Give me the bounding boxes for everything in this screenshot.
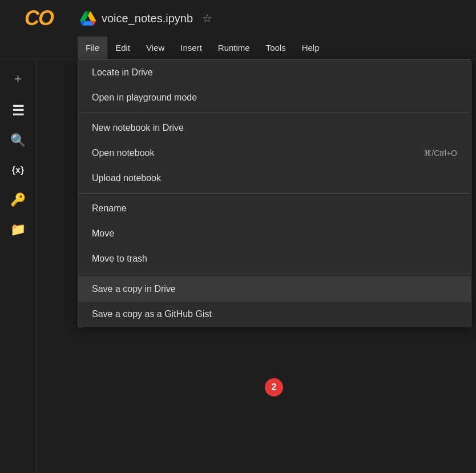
menu-tools[interactable]: Tools — [258, 37, 294, 59]
menu-runtime[interactable]: Runtime — [210, 37, 258, 59]
dropdown-item-open-playground[interactable]: Open in playground mode — [78, 85, 471, 110]
add-cell-button[interactable]: + — [8, 69, 29, 89]
menu-view[interactable]: View — [138, 37, 172, 59]
sidebar-item-variables[interactable]: {x} — [6, 158, 31, 183]
search-icon: 🔍 — [10, 133, 26, 148]
dropdown-item-upload-notebook[interactable]: Upload notebook — [78, 166, 471, 191]
menu-help[interactable]: Help — [294, 37, 328, 59]
logo-area: CO — [0, 0, 78, 37]
divider-3 — [78, 274, 471, 274]
sidebar-item-toc[interactable]: ☰ — [6, 98, 31, 123]
dropdown-item-save-gist[interactable]: Save a copy as a GitHub Gist — [78, 302, 471, 327]
sidebar-item-files[interactable]: 📁 — [6, 217, 31, 242]
google-drive-icon — [80, 10, 96, 26]
dropdown-item-rename[interactable]: Rename — [78, 196, 471, 221]
menu-file[interactable]: File — [78, 37, 107, 59]
menu-edit[interactable]: Edit — [107, 37, 138, 59]
star-icon[interactable]: ☆ — [202, 11, 212, 25]
dropdown-item-move[interactable]: Move — [78, 221, 471, 246]
dropdown-item-new-notebook[interactable]: New notebook in Drive — [78, 115, 471, 141]
dropdown-item-save-drive[interactable]: Save a copy in Drive — [78, 276, 471, 302]
menu-bar: File Edit View Insert Runtime Tools Help — [0, 37, 476, 59]
dropdown-item-locate-drive[interactable]: Locate in Drive — [78, 60, 471, 85]
sidebar-item-search[interactable]: 🔍 — [6, 128, 31, 153]
sidebar: + ☰ 🔍 {x} 🔑 📁 — [0, 59, 37, 473]
file-dropdown-menu: Locate in Drive Open in playground mode … — [78, 59, 471, 327]
divider-1 — [78, 113, 471, 113]
dropdown-item-move-trash[interactable]: Move to trash — [78, 246, 471, 271]
co-logo: CO — [25, 6, 53, 30]
title-area: voice_notes.ipynb ☆ — [78, 10, 476, 26]
secrets-icon: 🔑 — [10, 193, 26, 207]
open-notebook-shortcut: ⌘/Ctrl+O — [423, 149, 457, 158]
top-bar: CO voice_notes.ipynb ☆ — [0, 0, 476, 37]
dropdown-item-open-notebook[interactable]: Open notebook ⌘/Ctrl+O — [78, 141, 471, 166]
sidebar-item-secrets[interactable]: 🔑 — [6, 187, 31, 213]
divider-2 — [78, 193, 471, 194]
notebook-title: voice_notes.ipynb — [102, 12, 193, 25]
table-of-contents-icon: ☰ — [12, 104, 25, 118]
variables-icon: {x} — [12, 165, 24, 175]
menu-insert[interactable]: Insert — [172, 37, 210, 59]
step-badge-2: 2 — [265, 378, 283, 396]
files-icon: 📁 — [10, 222, 26, 237]
